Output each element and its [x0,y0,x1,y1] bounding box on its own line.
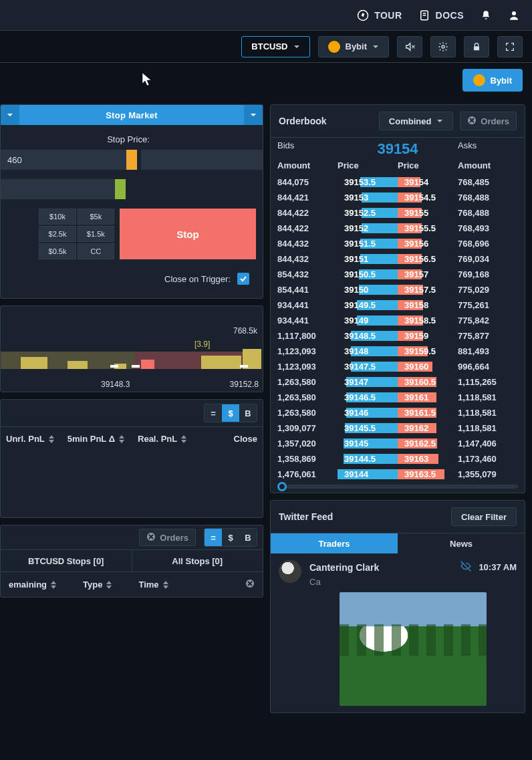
stops-tab-pair[interactable]: BTCUSD Stops [0] [1,550,132,572]
notifications-button[interactable] [480,9,492,21]
bid-price: 39144.5 [338,454,398,464]
stops-close-all[interactable] [245,579,255,590]
orderbook-row[interactable]: 1,123,0933914839159.5881,493 [277,344,518,359]
sub-toolbar: Bybit [0,63,532,98]
hide-tweet-button[interactable] [460,560,472,574]
twitter-clear-filter[interactable]: Clear Filter [451,507,517,526]
fullscreen-icon [505,41,515,52]
col-real-pnl[interactable]: Real. PnL [138,434,186,444]
bid-amount: 1,309,077 [277,423,338,433]
sort-icon [51,581,56,589]
twitter-clear-label: Clear Filter [461,512,507,522]
col-unrl-pnl[interactable]: Unrl. PnL [6,434,54,444]
order-type-tab[interactable]: Stop Market [19,105,244,125]
orderbook-row[interactable]: 854,43239150.539157769,168 [277,267,518,282]
bid-amount: 1,263,580 [277,377,338,387]
stops-tab-all[interactable]: All Stops [0] [132,550,263,572]
quick-size-2-5k[interactable]: $2.5k [39,226,76,242]
orderbook-row[interactable]: 1,117,80039148.539159775,877 [277,328,518,344]
chevron-down-icon [250,112,257,118]
bid-amount: 1,357,020 [277,438,338,449]
tweet-image[interactable] [340,592,487,706]
bid-price: 39148.5 [338,331,398,341]
stops-btc-button[interactable]: B [239,529,257,546]
orderbook-mode-select[interactable]: Combined [379,112,454,130]
orderbook-orders-button[interactable]: Orders [460,112,517,130]
order-type-next[interactable] [244,105,263,125]
sort-icon [119,435,124,443]
pnl-equals-button[interactable]: = [205,404,222,422]
orderbook-row[interactable]: 1,123,09339147.539160996,664 [277,359,518,374]
fullscreen-button[interactable] [497,36,523,57]
orderbook-row[interactable]: 844,43239151.539156768,696 [277,236,518,251]
col-5min-pnl[interactable]: 5min PnL Δ [68,434,124,444]
stop-price-field[interactable] [141,150,263,170]
orders-chip[interactable]: Orders [139,529,196,546]
orderbook-depth-slider[interactable] [277,485,518,489]
quick-size-5k[interactable]: $5k [78,209,114,225]
stops-equals-button[interactable]: = [205,529,222,546]
chevron-down-icon [436,118,443,124]
orderbook-row[interactable]: 1,263,5803914739160.51,115,265 [277,374,518,390]
docs-link[interactable]: DOCS [418,9,464,21]
submit-stop-button[interactable]: Stop [120,209,256,259]
ask-amount: 1,118,581 [458,423,518,433]
tour-label: TOUR [374,10,402,21]
pair-selector[interactable]: BTCUSD [241,36,309,57]
stops-col-remaining[interactable]: emaining [9,580,56,590]
pnl-unit-toggle: = $ B [204,404,257,422]
quick-size-1-5k[interactable]: $1.5k [78,226,114,242]
stops-usd-button[interactable]: $ [222,529,239,546]
orderbook-row[interactable]: 854,4413915039157.5775,029 [277,282,518,297]
orderbook-row[interactable]: 1,357,0203914539162.51,147,406 [277,436,518,451]
tour-link[interactable]: TOUR [357,9,402,21]
orderbook-row[interactable]: 1,476,0613914439163.51,355,079 [277,467,518,482]
orderbook-row[interactable]: 844,4323915139156.5769,034 [277,251,518,267]
orderbook-row[interactable]: 934,44139149.539158775,261 [277,297,518,313]
stops-col-type[interactable]: Type [83,580,112,590]
stops-col-time[interactable]: Time [138,580,168,590]
exchange-label: Bybit [346,41,368,51]
slider-thumb-icon[interactable] [277,482,287,491]
quick-size-0-5k[interactable]: $0.5k [39,243,76,259]
quick-size-cc[interactable]: CC [78,243,114,259]
twitter-tab-news[interactable]: News [398,533,525,553]
pnl-btc-button[interactable]: B [239,404,257,422]
quick-size-10k[interactable]: $10k [39,209,76,225]
orderbook-row[interactable]: 844,42239152.539155768,488 [277,205,518,221]
account-button[interactable] [508,9,520,21]
chevron-down-icon [293,43,300,50]
orderbook-row[interactable]: 844,07539153.539154768,485 [277,174,518,190]
stops-col-type-label: Type [83,580,102,590]
bid-amount: 844,422 [277,208,338,218]
orderbook-row[interactable]: 1,309,07739145.5391621,118,581 [277,420,518,436]
bid-price: 39151.5 [338,239,398,249]
secondary-field[interactable] [1,179,115,199]
bid-amount: 1,117,800 [277,331,338,341]
quantity-field[interactable] [1,150,126,170]
ask-amount: 768,696 [458,239,518,249]
settings-button[interactable] [430,36,456,57]
bid-price: 39153 [338,193,398,203]
orderbook-row[interactable]: 1,263,58039146.5391611,118,581 [277,390,518,405]
pnl-usd-button[interactable]: $ [222,404,239,422]
close-on-trigger-checkbox[interactable] [237,273,249,285]
ask-amount: 1,147,406 [458,438,518,449]
orderbook-row[interactable]: 1,263,5803914639161.51,118,581 [277,405,518,420]
mute-button[interactable] [397,36,422,57]
bybit-filter-button[interactable]: Bybit [462,69,523,92]
bid-price: 39145 [338,438,398,449]
ask-price: 39157.5 [398,285,458,295]
lock-button[interactable] [464,36,489,57]
twitter-tab-traders[interactable]: Traders [271,533,398,553]
docs-icon [418,9,430,21]
orderbook-row[interactable]: 934,4413914939158.5775,842 [277,313,518,328]
orderbook-row[interactable]: 1,358,86939144.5391631,173,460 [277,451,518,467]
ask-price: 39160 [398,362,458,372]
orderbook-row[interactable]: 844,4213915339154.5768,488 [277,190,518,205]
bid-amount: 1,123,093 [277,346,338,356]
ask-price: 39163 [398,454,458,464]
exchange-selector[interactable]: Bybit [318,36,390,57]
orderbook-row[interactable]: 844,4223915239155.5768,493 [277,221,518,236]
order-type-prev[interactable] [1,105,19,125]
